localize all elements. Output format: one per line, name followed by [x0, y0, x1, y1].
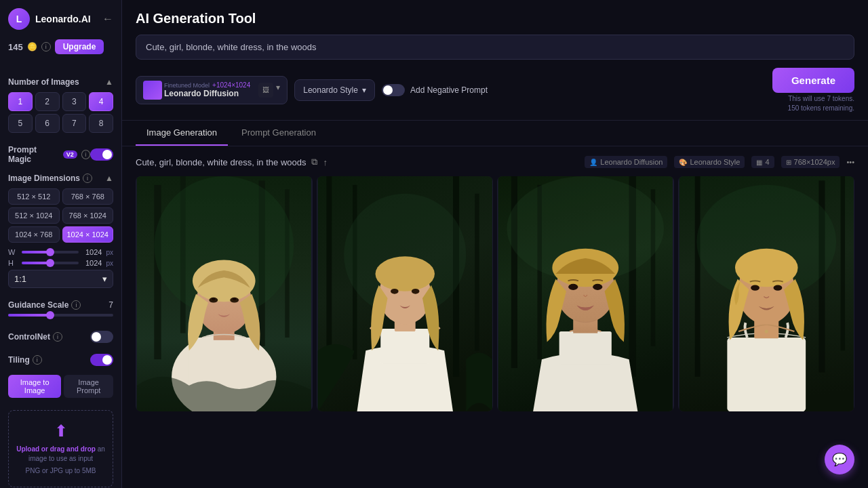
tab-image-generation[interactable]: Image Generation: [136, 121, 228, 146]
num-btn-4[interactable]: 4: [89, 92, 113, 111]
back-button[interactable]: ←: [102, 13, 113, 25]
neg-prompt-switch[interactable]: [382, 84, 405, 96]
chat-fab-button[interactable]: 💬: [825, 445, 854, 474]
meta-count: ▦ 4: [751, 156, 774, 168]
tiling-info-icon[interactable]: i: [33, 355, 42, 365]
guidance-slider-fill: [8, 314, 50, 317]
controlnet-toggle[interactable]: [90, 331, 113, 343]
dim-btn-768x1024[interactable]: 768 × 1024: [62, 207, 114, 224]
meta-size: ⊞ 768×1024px: [781, 156, 840, 168]
portrait-1: [136, 176, 313, 411]
tiling-row: Tiling i: [8, 352, 113, 368]
aspect-ratio-value: 1:1: [14, 274, 26, 284]
image-card-4[interactable]: [678, 176, 855, 411]
controlnet-toggle-thumb: [92, 332, 101, 342]
image-dimensions-info-icon[interactable]: i: [83, 174, 92, 183]
controlnet-row: ControlNet i: [8, 329, 113, 345]
num-btn-7[interactable]: 7: [62, 114, 87, 133]
result-style-name: Leonardo Style: [690, 158, 740, 166]
svg-point-38: [593, 284, 602, 290]
token-hint-2: 150 tokens remaining.: [788, 104, 854, 112]
model-size-badge: +1024×1024: [212, 81, 250, 89]
prompt-magic-info-icon[interactable]: i: [81, 150, 90, 159]
generate-button[interactable]: Generate: [772, 68, 854, 93]
w-unit: px: [106, 249, 113, 256]
img-to-img-tab[interactable]: Image to Image: [8, 375, 61, 398]
main-header: AI Generation Tool Finetuned Model +1024…: [122, 0, 868, 121]
svg-rect-40: [694, 176, 700, 377]
model-chevron-icon: ▾: [276, 83, 280, 98]
prompt-magic-row: Prompt Magic V2 i: [8, 142, 113, 167]
num-btn-2[interactable]: 2: [35, 92, 60, 111]
upload-area[interactable]: ⬆ Upload or drag and drop an image to us…: [8, 410, 113, 487]
image-card-3[interactable]: [497, 176, 674, 411]
model-selector[interactable]: Finetuned Model +1024×1024 Leonardo Diff…: [136, 76, 288, 104]
h-unit: px: [106, 260, 113, 267]
img-prompt-tab[interactable]: Image Prompt: [64, 375, 113, 398]
dim-btn-768x768[interactable]: 768 × 768: [62, 188, 114, 205]
svg-point-48: [751, 285, 760, 291]
token-hint-1: This will use 7 tokens.: [788, 95, 854, 102]
more-options-icon[interactable]: •••: [846, 158, 854, 166]
guidance-scale-value: 7: [108, 300, 113, 310]
svg-point-14: [233, 298, 236, 300]
model-icon-small: 👤: [589, 159, 597, 166]
token-icon: 🪙: [27, 42, 37, 52]
aspect-ratio-dropdown[interactable]: 1:1 ▾: [8, 270, 113, 288]
main-content: Cute, girl, blonde, white dress, in the …: [122, 146, 868, 488]
num-images-header[interactable]: Number of Images ▲: [8, 77, 113, 87]
num-btn-6[interactable]: 6: [35, 114, 60, 133]
prompt-input[interactable]: [146, 42, 844, 52]
svg-rect-33: [559, 331, 612, 365]
num-btn-1[interactable]: 1: [8, 92, 33, 111]
svg-point-26: [411, 289, 419, 294]
guidance-slider-track[interactable]: [8, 314, 113, 317]
h-slider-track[interactable]: [22, 262, 79, 264]
guidance-slider-thumb[interactable]: [46, 311, 54, 319]
result-size: 768×1024px: [794, 158, 835, 166]
style-selector[interactable]: Leonardo Style ▾: [294, 79, 375, 101]
tiling-toggle[interactable]: [90, 354, 113, 366]
prompt-magic-toggle[interactable]: [90, 148, 113, 161]
copy-icon[interactable]: ⧉: [311, 157, 317, 167]
num-btn-3[interactable]: 3: [62, 92, 87, 111]
dim-btn-512x1024[interactable]: 512 × 1024: [8, 207, 60, 224]
guidance-scale-section: Guidance Scale i 7: [8, 300, 113, 322]
dim-btn-1024x768[interactable]: 1024 × 768: [8, 226, 60, 243]
edit-prompt-icon[interactable]: ↑: [323, 157, 328, 167]
image-dimensions-header[interactable]: Image Dimensions i ▲: [8, 174, 113, 183]
controlnet-info-icon[interactable]: i: [53, 332, 62, 342]
model-image-icon: 🖼: [258, 83, 273, 98]
tiling-toggle-thumb: [102, 355, 112, 365]
upload-link-text: Upload or drag and drop: [16, 445, 96, 453]
svg-point-25: [391, 289, 399, 294]
tab-prompt-generation[interactable]: Prompt Generation: [231, 121, 327, 146]
guidance-scale-header: Guidance Scale i 7: [8, 300, 113, 310]
w-slider-thumb[interactable]: [46, 248, 54, 256]
svg-rect-16: [326, 176, 332, 368]
img-input-tabs: Image to Image Image Prompt: [8, 375, 113, 398]
num-btn-8[interactable]: 8: [89, 114, 113, 133]
guidance-scale-info-icon[interactable]: i: [71, 300, 81, 310]
prompt-magic-badge: V2: [63, 150, 77, 159]
upload-icon: ⬆: [14, 422, 107, 441]
logo-icon: L: [8, 8, 30, 30]
sidebar-header: L Leonardo.AI ←: [8, 8, 113, 30]
svg-point-50: [764, 329, 768, 333]
token-row: 145 🪙 i Upgrade: [8, 39, 113, 54]
image-dimensions-section: Image Dimensions i ▲ 512 × 512 768 × 768…: [8, 174, 113, 293]
generate-wrap: Generate This will use 7 tokens. 150 tok…: [772, 68, 854, 112]
image-card-1[interactable]: [136, 176, 313, 411]
svg-point-47: [734, 249, 797, 287]
num-btn-5[interactable]: 5: [8, 114, 33, 133]
dim-btn-1024x1024[interactable]: 1024 × 1024: [62, 226, 114, 243]
result-meta: 👤 Leonardo Diffusion 🎨 Leonardo Style ▦ …: [585, 156, 854, 168]
upgrade-button[interactable]: Upgrade: [55, 39, 104, 54]
dim-btn-512x512[interactable]: 512 × 512: [8, 188, 60, 205]
portrait-3: [497, 176, 674, 411]
w-slider-track[interactable]: [22, 251, 79, 253]
h-slider-thumb[interactable]: [46, 259, 54, 267]
image-card-2[interactable]: [317, 176, 494, 411]
token-info-icon[interactable]: i: [41, 42, 51, 52]
neg-prompt-toggle[interactable]: Add Negative Prompt: [382, 84, 488, 96]
